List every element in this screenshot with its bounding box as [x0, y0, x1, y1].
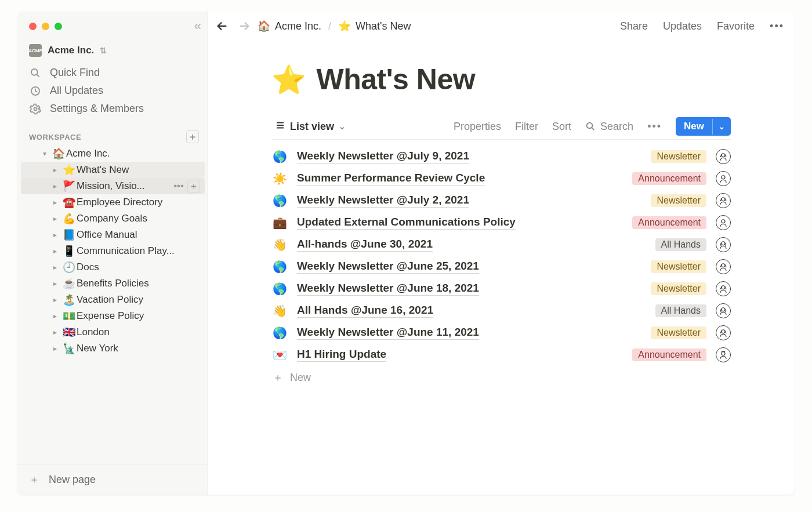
- add-page-button[interactable]: ＋: [186, 130, 199, 143]
- list-item[interactable]: 👋All-hands @June 30, 2021All Hands: [271, 234, 731, 256]
- row-title[interactable]: H1 Hiring Update: [297, 348, 386, 362]
- sidebar-item-label: Acme Inc.: [66, 148, 200, 159]
- author-avatar[interactable]: [716, 347, 731, 362]
- row-emoji-icon: 👋: [271, 238, 288, 252]
- search-label: Search: [600, 121, 633, 133]
- close-window-button[interactable]: [29, 23, 37, 30]
- workspace-switcher[interactable]: ACME Acme Inc. ⇅: [17, 38, 207, 63]
- new-page-button[interactable]: ＋ New page: [17, 464, 207, 495]
- updates-button[interactable]: Updates: [663, 20, 702, 32]
- sidebar-item-1[interactable]: ▸⭐What's New: [21, 162, 205, 178]
- page-emoji-icon: 🏝️: [61, 293, 77, 306]
- disclosure-triangle-icon[interactable]: ▸: [49, 247, 61, 255]
- list-item[interactable]: 🌎Weekly Newsletter @June 18, 2021Newslet…: [271, 278, 731, 300]
- list-item[interactable]: 💌H1 Hiring UpdateAnnouncement: [271, 344, 731, 366]
- disclosure-triangle-icon[interactable]: ▸: [49, 263, 61, 271]
- author-avatar[interactable]: [716, 325, 731, 340]
- author-avatar[interactable]: [716, 215, 731, 230]
- sidebar-item-0[interactable]: ▾🏠Acme Inc.: [21, 146, 205, 162]
- page-emoji-icon: 🇬🇧: [61, 326, 77, 339]
- quick-find-label: Quick Find: [50, 67, 100, 79]
- new-button[interactable]: New ⌄: [676, 117, 731, 136]
- list-item[interactable]: 🌎Weekly Newsletter @June 11, 2021Newslet…: [271, 322, 731, 344]
- more-actions-icon[interactable]: •••: [770, 20, 784, 32]
- view-tab[interactable]: List view ⌄: [271, 118, 349, 136]
- row-title[interactable]: Weekly Newsletter @July 2, 2021: [297, 194, 469, 208]
- disclosure-triangle-icon[interactable]: ▸: [49, 296, 61, 304]
- row-title[interactable]: All Hands @June 16, 2021: [297, 304, 433, 318]
- disclosure-triangle-icon[interactable]: ▸: [49, 231, 61, 239]
- list-item[interactable]: 🌎Weekly Newsletter @July 2, 2021Newslett…: [271, 190, 731, 212]
- share-button[interactable]: Share: [620, 20, 648, 32]
- sidebar-item-7[interactable]: ▸🕘Docs: [21, 259, 205, 275]
- all-updates-link[interactable]: All Updates: [22, 82, 202, 100]
- list-item[interactable]: 🌎Weekly Newsletter @June 25, 2021Newslet…: [271, 256, 731, 278]
- sidebar-item-3[interactable]: ▸☎️Employee Directory: [21, 194, 205, 210]
- maximize-window-button[interactable]: [55, 23, 62, 30]
- search-button[interactable]: Search: [585, 121, 633, 133]
- add-row-button[interactable]: ＋ New: [271, 366, 731, 384]
- disclosure-triangle-icon[interactable]: ▸: [49, 312, 61, 320]
- filter-button[interactable]: Filter: [515, 121, 538, 133]
- sort-button[interactable]: Sort: [552, 121, 571, 133]
- disclosure-triangle-icon[interactable]: ▸: [49, 182, 61, 190]
- workspace-logo: ACME: [29, 44, 42, 57]
- row-title[interactable]: Weekly Newsletter @July 9, 2021: [297, 150, 469, 164]
- svg-point-3: [34, 107, 37, 110]
- list-item[interactable]: 🌎Weekly Newsletter @July 9, 2021Newslett…: [271, 146, 731, 168]
- new-button-dropdown-icon[interactable]: ⌄: [712, 119, 731, 135]
- sidebar-item-11[interactable]: ▸🇬🇧London: [21, 324, 205, 340]
- row-title[interactable]: All-hands @June 30, 2021: [297, 238, 433, 252]
- disclosure-triangle-icon[interactable]: ▸: [49, 279, 61, 288]
- list-item[interactable]: 👋All Hands @June 16, 2021All Hands: [271, 300, 731, 322]
- sidebar-item-9[interactable]: ▸🏝️Vacation Policy: [21, 292, 205, 308]
- page-emoji-icon: 🏠: [51, 147, 66, 160]
- author-avatar[interactable]: [716, 281, 731, 296]
- list-item[interactable]: ☀️Summer Performance Review CycleAnnounc…: [271, 168, 731, 190]
- sidebar-item-8[interactable]: ▸☕Benefits Policies: [21, 275, 205, 292]
- disclosure-triangle-icon[interactable]: ▸: [49, 198, 61, 206]
- row-title[interactable]: Weekly Newsletter @June 11, 2021: [297, 326, 479, 340]
- page-emoji[interactable]: ⭐: [271, 63, 306, 96]
- sidebar-item-2[interactable]: ▸🚩Mission, Visio...•••＋: [21, 178, 205, 194]
- row-title[interactable]: Summer Performance Review Cycle: [297, 172, 485, 186]
- disclosure-triangle-icon[interactable]: ▸: [49, 215, 61, 223]
- author-avatar[interactable]: [716, 237, 731, 252]
- disclosure-triangle-icon[interactable]: ▸: [49, 166, 61, 174]
- favorite-button[interactable]: Favorite: [717, 20, 755, 32]
- sidebar-item-4[interactable]: ▸💪Company Goals: [21, 210, 205, 227]
- author-avatar[interactable]: [716, 193, 731, 208]
- row-title[interactable]: Updated External Communications Policy: [297, 216, 516, 230]
- sidebar-item-label: Employee Directory: [77, 197, 200, 208]
- disclosure-triangle-icon[interactable]: ▾: [38, 150, 51, 158]
- minimize-window-button[interactable]: [42, 23, 49, 30]
- sidebar-item-10[interactable]: ▸💵Expense Policy: [21, 308, 205, 324]
- author-avatar[interactable]: [716, 171, 731, 186]
- disclosure-triangle-icon[interactable]: ▸: [49, 344, 61, 353]
- sidebar-item-add-icon[interactable]: ＋: [187, 180, 200, 193]
- breadcrumb-current[interactable]: What's New: [356, 20, 411, 32]
- row-title[interactable]: Weekly Newsletter @June 18, 2021: [297, 282, 479, 296]
- collapse-sidebar-icon[interactable]: «: [194, 19, 198, 34]
- main-area: 🏠 Acme Inc. / ⭐ What's New Share Updates…: [208, 12, 795, 495]
- nav-forward-button[interactable]: [235, 17, 253, 35]
- row-title[interactable]: Weekly Newsletter @June 25, 2021: [297, 260, 479, 274]
- sidebar-item-12[interactable]: ▸🗽New York: [21, 340, 205, 357]
- view-more-icon[interactable]: •••: [647, 121, 662, 133]
- nav-back-button[interactable]: [213, 17, 231, 35]
- author-avatar[interactable]: [716, 259, 731, 274]
- row-emoji-icon: 🌎: [271, 150, 288, 164]
- disclosure-triangle-icon[interactable]: ▸: [49, 328, 61, 336]
- sidebar-item-more-icon[interactable]: •••: [173, 180, 184, 192]
- sidebar-item-5[interactable]: ▸📘Office Manual: [21, 227, 205, 243]
- properties-button[interactable]: Properties: [454, 121, 501, 133]
- breadcrumb: 🏠 Acme Inc. / ⭐ What's New: [258, 20, 411, 32]
- breadcrumb-parent[interactable]: Acme Inc.: [275, 20, 321, 32]
- sidebar-item-6[interactable]: ▸📱Communication Play...: [21, 243, 205, 259]
- quick-find-link[interactable]: Quick Find: [22, 64, 202, 82]
- page-title-text[interactable]: What's New: [317, 63, 476, 96]
- author-avatar[interactable]: [716, 303, 731, 318]
- author-avatar[interactable]: [716, 149, 731, 164]
- list-item[interactable]: 💼Updated External Communications PolicyA…: [271, 212, 731, 234]
- settings-link[interactable]: Settings & Members: [22, 100, 202, 118]
